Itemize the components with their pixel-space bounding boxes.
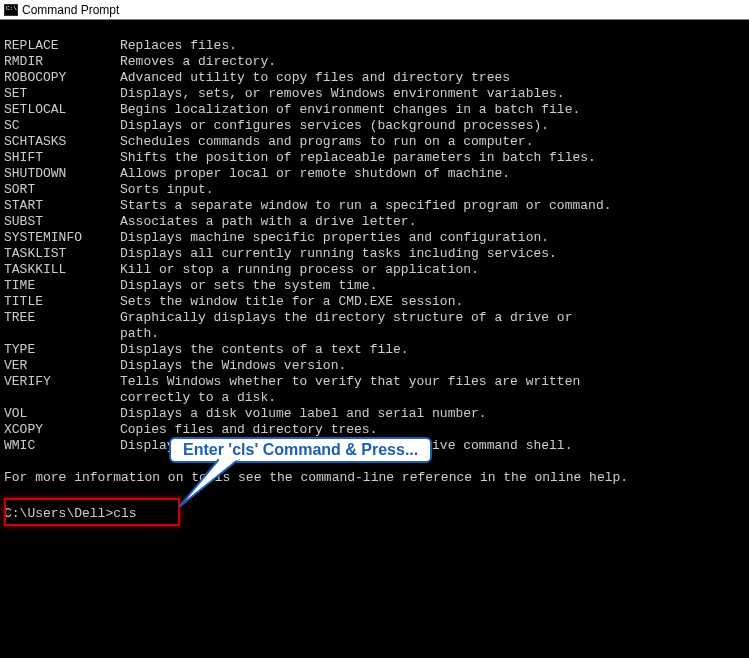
help-command-row: SHUTDOWNAllows proper local or remote sh… <box>4 166 745 182</box>
command-name: SYSTEMINFO <box>4 230 120 246</box>
help-command-row: TREEGraphically displays the directory s… <box>4 310 745 326</box>
help-command-row: RMDIRRemoves a directory. <box>4 54 745 70</box>
help-command-row: STARTStarts a separate window to run a s… <box>4 198 745 214</box>
titlebar[interactable]: Command Prompt <box>0 0 749 20</box>
command-name: TYPE <box>4 342 120 358</box>
command-description: Displays or configures services (backgro… <box>120 118 745 134</box>
annotation-callout: Enter 'cls' Command & Press... <box>169 437 432 463</box>
command-description: Graphically displays the directory struc… <box>120 310 745 326</box>
command-description: Begins localization of environment chang… <box>120 102 745 118</box>
command-description: Displays the Windows version. <box>120 358 745 374</box>
command-name: START <box>4 198 120 214</box>
help-command-row: SYSTEMINFODisplays machine specific prop… <box>4 230 745 246</box>
command-description: Copies files and directory trees. <box>120 422 745 438</box>
command-description: Displays a disk volume label and serial … <box>120 406 745 422</box>
help-command-row: SUBSTAssociates a path with a drive lett… <box>4 214 745 230</box>
command-name: SETLOCAL <box>4 102 120 118</box>
command-description: Associates a path with a drive letter. <box>120 214 745 230</box>
command-name: TREE <box>4 310 120 326</box>
command-name: ROBOCOPY <box>4 70 120 86</box>
command-name: RMDIR <box>4 54 120 70</box>
command-name: REPLACE <box>4 38 120 54</box>
command-description: Kill or stop a running process or applic… <box>120 262 745 278</box>
cmd-icon <box>4 4 18 16</box>
help-command-row: ROBOCOPYAdvanced utility to copy files a… <box>4 70 745 86</box>
command-description: Schedules commands and programs to run o… <box>120 134 745 150</box>
command-name: SET <box>4 86 120 102</box>
command-name: SCHTASKS <box>4 134 120 150</box>
help-command-row: SETDisplays, sets, or removes Windows en… <box>4 86 745 102</box>
help-command-row: SCDisplays or configures services (backg… <box>4 118 745 134</box>
command-description: Tells Windows whether to verify that you… <box>120 374 745 390</box>
command-description: Sorts input. <box>120 182 745 198</box>
command-description: Displays, sets, or removes Windows envir… <box>120 86 745 102</box>
help-command-row: VERIFYTells Windows whether to verify th… <box>4 374 745 390</box>
command-description: Advanced utility to copy files and direc… <box>120 70 745 86</box>
help-command-row: REPLACEReplaces files. <box>4 38 745 54</box>
help-command-row: TASKKILLKill or stop a running process o… <box>4 262 745 278</box>
help-command-row: VERDisplays the Windows version. <box>4 358 745 374</box>
command-description: Displays or sets the system time. <box>120 278 745 294</box>
help-command-row: SCHTASKSSchedules commands and programs … <box>4 134 745 150</box>
command-name: SORT <box>4 182 120 198</box>
command-name: SC <box>4 118 120 134</box>
command-name: TIME <box>4 278 120 294</box>
help-command-row: SETLOCALBegins localization of environme… <box>4 102 745 118</box>
prompt-text: C:\Users\Dell>cls <box>4 506 137 522</box>
command-name: VOL <box>4 406 120 422</box>
command-name: TASKLIST <box>4 246 120 262</box>
command-name: VER <box>4 358 120 374</box>
help-command-row: SORTSorts input. <box>4 182 745 198</box>
command-description: Removes a directory. <box>120 54 745 70</box>
help-command-row: VOLDisplays a disk volume label and seri… <box>4 406 745 422</box>
command-description: Displays the contents of a text file. <box>120 342 745 358</box>
help-command-row: XCOPYCopies files and directory trees. <box>4 422 745 438</box>
prompt-line[interactable]: C:\Users\Dell>cls <box>4 502 745 526</box>
command-description-cont: correctly to a disk. <box>4 390 745 406</box>
command-description: Replaces files. <box>120 38 745 54</box>
help-command-row: TASKLISTDisplays all currently running t… <box>4 246 745 262</box>
command-name: WMIC <box>4 438 120 454</box>
command-description: Sets the window title for a CMD.EXE sess… <box>120 294 745 310</box>
command-name: VERIFY <box>4 374 120 390</box>
help-command-row: TIMEDisplays or sets the system time. <box>4 278 745 294</box>
command-description: Allows proper local or remote shutdown o… <box>120 166 745 182</box>
callout-tail-icon <box>179 459 259 509</box>
command-name: SHIFT <box>4 150 120 166</box>
command-description: Displays machine specific properties and… <box>120 230 745 246</box>
help-command-row: SHIFTShifts the position of replaceable … <box>4 150 745 166</box>
blank-line <box>4 486 745 502</box>
window-title: Command Prompt <box>22 3 119 17</box>
help-footer: For more information on tools see the co… <box>4 470 745 486</box>
command-name: XCOPY <box>4 422 120 438</box>
command-name: TITLE <box>4 294 120 310</box>
command-name: TASKKILL <box>4 262 120 278</box>
command-description: Displays all currently running tasks inc… <box>120 246 745 262</box>
command-description-cont: path. <box>4 326 745 342</box>
help-command-row: TITLESets the window title for a CMD.EXE… <box>4 294 745 310</box>
help-command-row: TYPEDisplays the contents of a text file… <box>4 342 745 358</box>
command-description: Starts a separate window to run a specif… <box>120 198 745 214</box>
command-description: Shifts the position of replaceable param… <box>120 150 745 166</box>
command-name: SUBST <box>4 214 120 230</box>
command-name: SHUTDOWN <box>4 166 120 182</box>
